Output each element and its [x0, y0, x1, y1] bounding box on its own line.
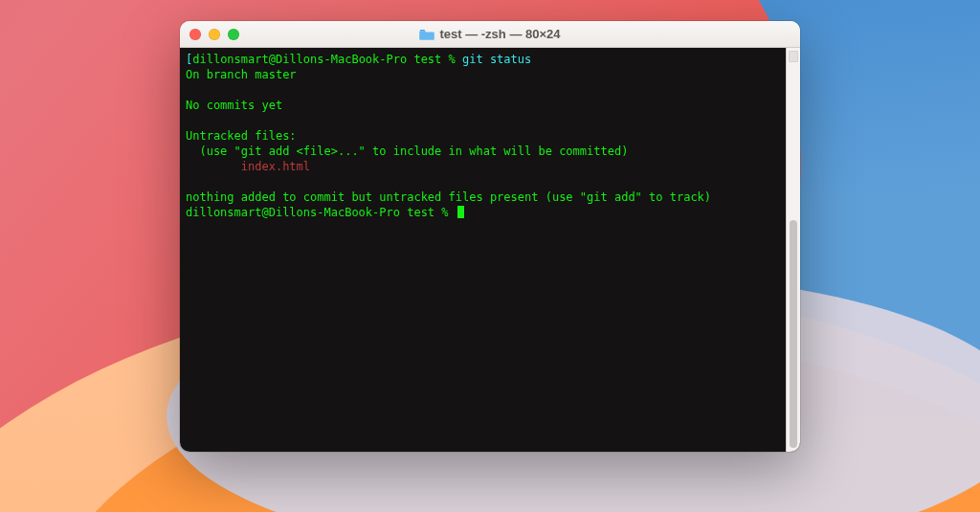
zoom-button[interactable] — [228, 29, 239, 40]
minimize-button[interactable] — [209, 29, 220, 40]
prompt: dillonsmart@Dillons-MacBook-Pro test % — [186, 206, 456, 219]
window-title: test — -zsh — 80×24 — [439, 27, 560, 41]
window-titlebar[interactable]: test — -zsh — 80×24 — [180, 21, 800, 48]
output-line: Untracked files: — [186, 129, 297, 143]
terminal-window[interactable]: test — -zsh — 80×24 [dillonsmart@Dillons… — [180, 21, 800, 452]
scroll-menu-icon — [789, 51, 798, 62]
prompt: dillonsmart@Dillons-MacBook-Pro test % — [192, 53, 462, 66]
output-line: On branch master — [186, 68, 297, 81]
output-line: No commits yet — [186, 99, 282, 112]
output-line: (use "git add <file>..." to include in w… — [186, 145, 628, 158]
scrollbar[interactable] — [786, 48, 800, 452]
cursor — [457, 206, 464, 218]
terminal-content[interactable]: [dillonsmart@Dillons-MacBook-Pro test % … — [180, 48, 786, 452]
terminal-body: [dillonsmart@Dillons-MacBook-Pro test % … — [180, 48, 800, 452]
output-line: nothing added to commit but untracked fi… — [186, 190, 711, 204]
close-button[interactable] — [189, 29, 201, 40]
command: git status — [462, 53, 531, 66]
folder-icon — [419, 29, 434, 40]
untracked-file: index.html — [186, 160, 310, 173]
window-controls — [189, 29, 239, 40]
scrollbar-thumb[interactable] — [790, 220, 797, 448]
